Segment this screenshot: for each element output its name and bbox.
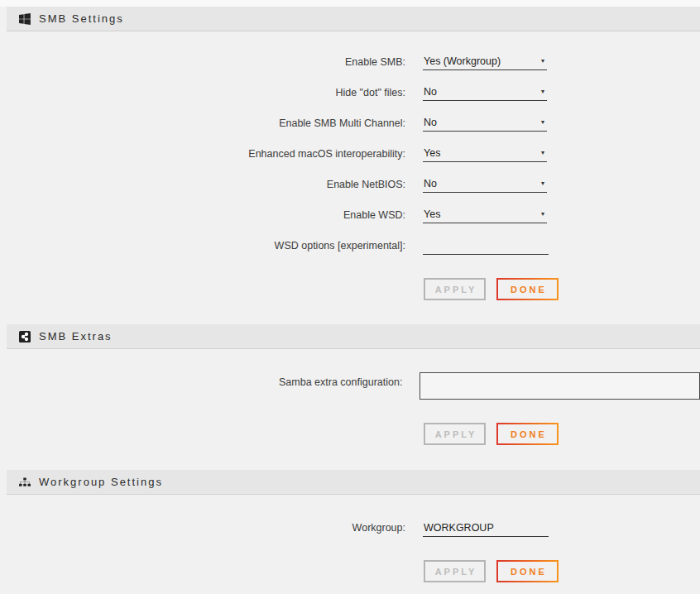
macos-interop-row: Enhanced macOS interoperability: Yes ▾ xyxy=(0,143,700,174)
select-value: Yes (Workgroup) xyxy=(424,55,501,67)
select-value: No xyxy=(424,117,437,128)
field-label: WSD options [experimental]: xyxy=(0,235,405,251)
section-title: SMB Settings xyxy=(39,12,124,25)
field-label: Workgroup: xyxy=(0,517,405,534)
section-title: Workgroup Settings xyxy=(39,476,163,488)
macos-interop-select[interactable]: Yes ▾ xyxy=(423,143,547,162)
smb-multichannel-select[interactable]: No ▾ xyxy=(423,113,547,132)
smb-extras-buttons: APPLY DONE xyxy=(424,423,700,445)
samba-extra-config-row: Samba extra configuration: xyxy=(0,372,700,400)
field-label: Enable SMB Multi Channel: xyxy=(0,113,405,129)
smb-extras-section: SMB Extras Samba extra configuration: AP… xyxy=(0,324,700,445)
smb-multichannel-row: Enable SMB Multi Channel: No ▾ xyxy=(0,113,700,143)
hide-dot-files-select[interactable]: No ▾ xyxy=(423,82,547,101)
wsd-row: Enable WSD: Yes ▾ xyxy=(0,204,700,235)
smb-settings-header: SMB Settings xyxy=(7,7,700,31)
windows-icon xyxy=(19,13,31,25)
apply-button[interactable]: APPLY xyxy=(424,278,486,300)
workgroup-settings-header: Workgroup Settings xyxy=(7,470,700,495)
wsd-select[interactable]: Yes ▾ xyxy=(423,204,547,223)
chevron-down-icon: ▾ xyxy=(541,58,544,65)
chevron-down-icon: ▾ xyxy=(541,89,544,95)
workgroup-input[interactable] xyxy=(423,517,549,537)
done-button[interactable]: DONE xyxy=(496,560,559,582)
field-label: Enable WSD: xyxy=(0,204,405,221)
chevron-down-icon: ▾ xyxy=(541,180,544,187)
hide-dot-files-row: Hide "dot" files: No ▾ xyxy=(0,82,700,113)
samba-extra-config-textarea[interactable] xyxy=(420,372,700,400)
field-label: Enable SMB: xyxy=(0,51,405,68)
sitemap-icon xyxy=(19,477,31,488)
netbios-row: Enable NetBIOS: No ▾ xyxy=(0,174,700,204)
workgroup-settings-section: Workgroup Settings Workgroup: APPLY DONE xyxy=(0,470,700,582)
done-button[interactable]: DONE xyxy=(496,423,559,445)
field-label: Enhanced macOS interoperability: xyxy=(0,143,405,160)
chevron-down-icon: ▾ xyxy=(541,150,544,156)
chevron-down-icon: ▾ xyxy=(541,211,544,218)
page-top-margin xyxy=(0,0,700,7)
share-square-icon xyxy=(19,331,31,343)
netbios-select[interactable]: No ▾ xyxy=(423,174,547,193)
smb-settings-buttons: APPLY DONE xyxy=(424,278,700,300)
done-button[interactable]: DONE xyxy=(496,278,559,300)
select-value: No xyxy=(424,178,437,189)
wsd-options-input[interactable] xyxy=(423,235,549,255)
select-value: Yes xyxy=(424,208,440,220)
smb-extras-header: SMB Extras xyxy=(7,324,700,349)
section-title: SMB Extras xyxy=(39,330,113,343)
smb-settings-section: SMB Settings Enable SMB: Yes (Workgroup)… xyxy=(0,7,700,300)
enable-smb-row: Enable SMB: Yes (Workgroup) ▾ xyxy=(0,51,700,82)
workgroup-buttons: APPLY DONE xyxy=(424,560,700,582)
apply-button[interactable]: APPLY xyxy=(424,423,486,445)
field-label: Enable NetBIOS: xyxy=(0,174,405,190)
field-label: Hide "dot" files: xyxy=(0,82,405,98)
workgroup-row: Workgroup: xyxy=(0,517,700,548)
apply-button[interactable]: APPLY xyxy=(424,560,486,582)
select-value: Yes xyxy=(424,147,440,159)
select-value: No xyxy=(424,86,437,98)
field-label: Samba extra configuration: xyxy=(0,372,402,388)
enable-smb-select[interactable]: Yes (Workgroup) ▾ xyxy=(423,51,547,70)
chevron-down-icon: ▾ xyxy=(541,119,544,126)
wsd-options-row: WSD options [experimental]: xyxy=(0,235,700,266)
